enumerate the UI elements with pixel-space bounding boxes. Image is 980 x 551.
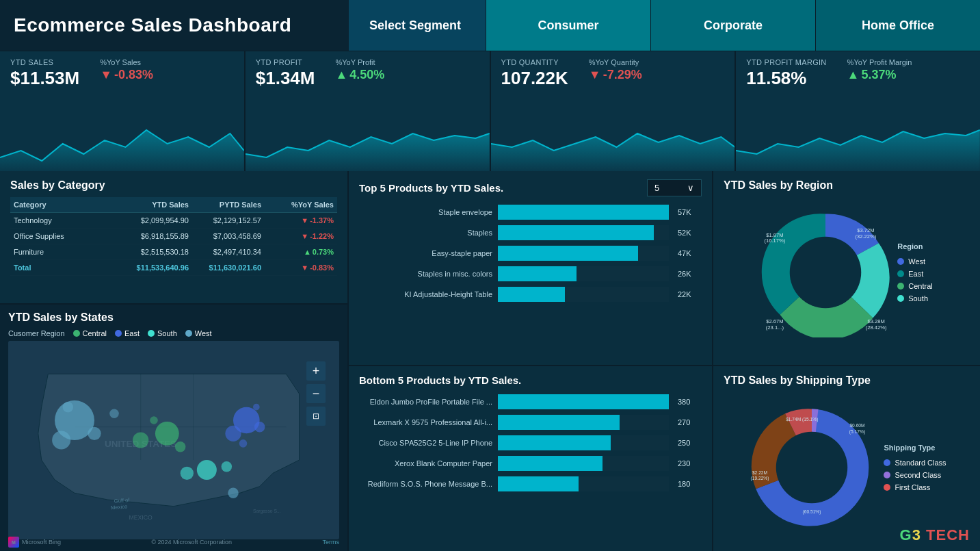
dashboard-title: Ecommerce Sales Dashboard (14, 14, 291, 36)
region-donut-svg: $3.72M (32.22%) $3.28M (28.42%) $2.67M (… (760, 207, 890, 337)
kpi-quantity: YTD Quantity 107.22K %YoY Quantity ▼ -7.… (491, 51, 737, 171)
map-controls: + − ⊡ (306, 361, 326, 426)
terms-link[interactable]: Terms (323, 539, 340, 546)
top5-title: Top 5 Products by YTD Sales. (359, 182, 503, 194)
bar-label-b0: Eldon Jumbo ProFile Portable File ... (359, 398, 492, 406)
margin-sparkline (736, 110, 980, 171)
table-row: Furniture $2,515,530.18 $2,497,410.34 ▲0… (10, 244, 337, 260)
table-row: Office Supplies $6,918,155.89 $7,003,458… (10, 229, 337, 244)
row-furniture-pytd: $2,497,410.34 (189, 248, 261, 256)
bar-value-b1: 270 (678, 418, 702, 426)
bar-label-1: Staples (359, 229, 492, 237)
shipping-title: YTD Sales by Shipping Type (724, 374, 970, 387)
east-legend-label: East (908, 270, 923, 278)
bar-value-0: 57K (678, 208, 702, 216)
svg-point-17 (253, 404, 260, 411)
svg-point-27 (790, 237, 862, 309)
list-item: Easy-staple paper 47K (359, 246, 702, 261)
bing-label: Microsoft Bing (22, 539, 61, 546)
segment-corporate-button[interactable]: Corporate (650, 0, 815, 51)
south-color (897, 295, 904, 302)
bottom5-header: Bottom 5 Products by YTD Sales. (359, 374, 702, 386)
row-total-pytd: $11,630,021.60 (189, 264, 261, 272)
svg-text:(5.17%): (5.17%) (849, 429, 865, 435)
list-item: Staple envelope 57K (359, 205, 702, 220)
kpi-quantity-yoy-label: %YoY Quantity (589, 58, 642, 66)
south-dot (148, 330, 155, 337)
bar-value-2: 47K (678, 249, 702, 257)
region-legend-title: Region (897, 242, 932, 251)
bing-logo: M (8, 537, 19, 548)
legend-west: West (185, 329, 212, 337)
kpi-margin: YTD profit Margin 11.58% %YoY Profit Mar… (736, 51, 980, 171)
kpi-profit-yoy-value: ▲ 4.50% (335, 68, 384, 82)
kpi-profit-label: YTD Profit (256, 58, 315, 66)
bar-fill-b4 (498, 476, 579, 491)
bar-bg-b3 (498, 456, 669, 471)
arrow-icon: ▼ (301, 232, 308, 240)
bar-value-1: 52K (678, 229, 702, 237)
west-color (897, 258, 904, 265)
south-legend-label: South (908, 294, 928, 303)
kpi-margin-right: %YoY Profit Margin ▲ 5.37% (847, 58, 912, 82)
central-color (897, 283, 904, 290)
kpi-quantity-right: %YoY Quantity ▼ -7.29% (589, 58, 642, 82)
copyright-text: © 2024 Microsoft Corporation (151, 539, 232, 546)
map-legend: Cusomer Region Central East South West (8, 329, 339, 337)
map-title: YTD Sales by States (8, 311, 339, 324)
bar-fill-3 (498, 266, 577, 281)
bar-label-4: KI Adjustable-Height Table (359, 290, 492, 298)
kpi-profit-yoy-label: %YoY Profit (335, 58, 384, 66)
bar-bg-4 (498, 287, 669, 302)
map-section: YTD Sales by States Cusomer Region Centr… (0, 305, 349, 551)
arrow-icon: ▼ (301, 216, 308, 225)
map-zoom-out-button[interactable]: − (306, 384, 326, 403)
bar-fill-1 (498, 225, 654, 240)
legend-west: West (897, 257, 932, 266)
sales-category-panel: Sales by Category Category YTD Sales PYT… (0, 171, 349, 305)
svg-text:$0.60M: $0.60M (850, 423, 865, 428)
region-donut-area: $3.72M (32.22%) $3.28M (28.42%) $2.67M (… (724, 197, 970, 348)
top5-dropdown[interactable]: 5 ∨ (647, 179, 702, 196)
row-furniture-category: Furniture (14, 248, 116, 256)
svg-point-36 (776, 432, 848, 504)
bar-value-b2: 250 (678, 439, 702, 447)
row-office-pytd: $7,003,458.69 (189, 232, 261, 240)
svg-text:(23.1...): (23.1...) (766, 324, 784, 331)
list-item: Staples 52K (359, 225, 702, 240)
row-office-yoy: ▼-1.22% (261, 232, 334, 240)
arrow-down-icon-qty: ▼ (589, 68, 601, 82)
first-color (884, 484, 890, 491)
central-dot (73, 330, 80, 337)
map-reset-button[interactable]: ⊡ (306, 407, 326, 426)
row-total-category: Total (14, 264, 116, 272)
list-item: Cisco SPA525G2 5-Line IP Phone 250 (359, 435, 702, 450)
bottom5-bar-chart: Eldon Jumbo ProFile Portable File ... 38… (359, 394, 702, 491)
bar-value-4: 22K (678, 290, 702, 298)
watermark-tech: TECH (926, 526, 970, 543)
list-item: Rediform S.O.S. Phone Message B... 180 (359, 476, 702, 491)
kpi-quantity-value: 107.22K (501, 68, 568, 89)
top5-dropdown-value: 5 (654, 183, 659, 193)
arrow-up-icon: ▲ (304, 248, 311, 256)
list-item: Eldon Jumbo ProFile Portable File ... 38… (359, 394, 702, 409)
row-furniture-yoy: ▲0.73% (261, 248, 334, 256)
legend-standard: Standard Class (884, 459, 946, 467)
top5-header: Top 5 Products by YTD Sales. 5 ∨ (359, 179, 702, 196)
first-label: First Class (895, 483, 930, 491)
col-pytd: PYTD Sales (189, 201, 261, 209)
kpi-quantity-top: YTD Quantity 107.22K %YoY Quantity ▼ -7.… (501, 58, 725, 89)
segment-consumer-button[interactable]: Consumer (486, 0, 650, 51)
top5-bar-chart: Staple envelope 57K Staples 52K Easy-sta… (359, 205, 702, 302)
kpi-quantity-left: YTD Quantity 107.22K (501, 58, 568, 89)
kpi-margin-yoy-value: ▲ 5.37% (847, 68, 912, 82)
kpi-sales-value: $11.53M (10, 68, 79, 89)
main-content: Sales by Category Category YTD Sales PYT… (0, 171, 980, 551)
row-furniture-ytd: $2,515,530.18 (116, 248, 189, 256)
svg-point-9 (155, 422, 179, 446)
kpi-sales-label: YTD Sales (10, 58, 79, 66)
map-zoom-in-button[interactable]: + (306, 361, 326, 381)
dashboard-title-area: Ecommerce Sales Dashboard (0, 0, 349, 51)
second-color (884, 472, 890, 478)
segment-homeoffice-button[interactable]: Home Office (815, 0, 980, 51)
